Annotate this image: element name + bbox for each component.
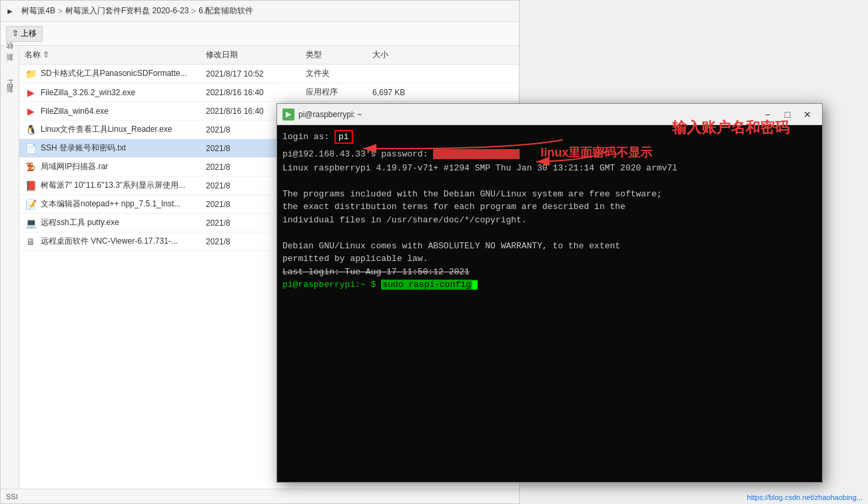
file-date: 2021/8/16 16:40: [206, 88, 306, 97]
terminal-line-login: login as: pi: [282, 130, 817, 144]
terminal-titlebar: ▶ pi@raspberrypi: ~ − □ ✕: [277, 104, 822, 125]
putty-icon: 💻: [25, 217, 37, 229]
terminal-line-lastlogin: Last login: Tue Aug 17 11:50:12 2021: [282, 266, 817, 279]
terminal-window[interactable]: ▶ pi@raspberrypi: ~ − □ ✕ login as: pi p…: [276, 103, 823, 483]
terminal-line-kernel: Linux raspberrypi 4.19.97-v71+ #1294 SMP…: [282, 162, 817, 175]
exe-red-icon: ▶: [25, 87, 37, 99]
file-name: Linux文件查看工具Linux_Reader.exe: [41, 124, 172, 135]
sidebar-label-1[interactable]: 新: [3, 63, 16, 71]
file-size: 6,697 KB: [372, 88, 439, 97]
file-name: 远程桌面软件 VNC-Viewer-6.17.731-...: [41, 236, 178, 247]
file-name: FileZilla_win64.exe: [41, 107, 109, 116]
breadcrumb-item-3[interactable]: 6.配套辅助软件: [199, 5, 253, 17]
sidebar-label-3[interactable]: 新: [3, 95, 16, 103]
terminal-line-warranty1: Debian GNU/Linux comes with ABSOLUTELY N…: [282, 240, 817, 253]
col-header-date[interactable]: 修改日期: [206, 49, 306, 61]
file-type: 文件夹: [306, 68, 372, 79]
toolbar-btn-1[interactable]: ⇧ 上移: [6, 26, 43, 42]
terminal-line-warranty2: permitted by applicable law.: [282, 252, 817, 266]
file-list-header: 名称 ⇧ 修改日期 类型 大小: [19, 46, 519, 65]
bottom-link[interactable]: https://blog.csdn.net/zhaohaobing...: [747, 493, 863, 501]
terminal-line-blank2: [282, 226, 817, 240]
terminal-command: sudo raspi-config: [381, 280, 472, 290]
toolbar: ⇧ 上移: [1, 22, 519, 46]
file-date: 2021/8/17 10:52: [206, 69, 306, 79]
linux-icon: 🐧: [25, 124, 37, 136]
breadcrumb-arrow: ►: [6, 7, 14, 16]
terminal-line-msg3: individual files in /usr/share/doc/*/cop…: [282, 214, 817, 227]
terminal-cursor: [472, 280, 478, 290]
breadcrumb-item-1[interactable]: 树莓派4B: [21, 5, 55, 17]
col-header-type[interactable]: 类型: [306, 49, 372, 61]
file-type: 应用程序: [306, 87, 372, 98]
terminal-title-left: ▶ pi@raspberrypi: ~: [282, 109, 362, 121]
terminal-title-text: pi@raspberrypi: ~: [298, 110, 362, 119]
col-header-name[interactable]: 名称 ⇧: [19, 49, 206, 61]
sidebar-label-0[interactable]: 软: [3, 51, 16, 59]
terminal-line-msg2: the exact distribution terms for each pr…: [282, 200, 817, 214]
terminal-body: login as: pi pi@192.168.43.33's password…: [277, 125, 822, 482]
terminal-restore-button[interactable]: □: [778, 107, 797, 123]
left-sidebar: 软 新 3-i 新: [1, 46, 19, 503]
terminal-close-button[interactable]: ✕: [798, 107, 817, 123]
table-row[interactable]: ▶ FileZilla_3.26.2_win32.exe 2021/8/16 1…: [19, 83, 519, 102]
pdf-icon: 📕: [25, 180, 37, 192]
sidebar-label-2[interactable]: 3-i: [5, 75, 15, 91]
terminal-line-msg1: The programs included with the Debian GN…: [282, 188, 817, 201]
file-name: SSH 登录账号和密码.txt: [41, 142, 126, 154]
terminal-app-icon: ▶: [282, 109, 294, 121]
notepad-icon: 📝: [25, 198, 37, 210]
breadcrumb-item-2[interactable]: 树莓派入门套件F资料盘 2020-6-23: [65, 5, 189, 17]
file-name: 文本编辑器notepad++ npp_7.5.1_Inst...: [41, 198, 181, 210]
file-name: SD卡格式化工具PanasonicSDFormatte...: [41, 68, 187, 79]
status-bar: SSI: [1, 489, 519, 503]
terminal-line-password: pi@192.168.43.33's password: linux里面密码不显…: [282, 144, 817, 162]
vnc-icon: 🖥: [25, 236, 37, 248]
terminal-minimize-button[interactable]: −: [758, 107, 777, 123]
status-text: SSI: [6, 493, 18, 501]
table-row[interactable]: 📁 SD卡格式化工具PanasonicSDFormatte... 2021/8/…: [19, 65, 519, 83]
file-name: 局域网IP扫描器.rar: [41, 161, 108, 172]
txt-icon: 📄: [25, 142, 37, 154]
rar-icon: 🗜: [25, 161, 37, 173]
breadcrumb: ► 树莓派4B > 树莓派入门套件F资料盘 2020-6-23 > 6.配套辅助…: [1, 1, 519, 22]
terminal-line-prompt: pi@raspberrypi:~ $ sudo raspi-config: [282, 278, 817, 292]
terminal-controls: − □ ✕: [758, 107, 817, 123]
file-name: 树莓派7" 10"11.6"13.3"系列显示屏使用...: [41, 180, 185, 191]
file-name: FileZilla_3.26.2_win32.exe: [41, 88, 135, 97]
terminal-line-blank1: [282, 174, 817, 188]
exe-red-icon: ▶: [25, 105, 37, 117]
folder-icon: 📁: [25, 68, 37, 80]
col-header-size[interactable]: 大小: [372, 49, 439, 61]
file-name: 远程ssh工具 putty.exe: [41, 217, 119, 228]
